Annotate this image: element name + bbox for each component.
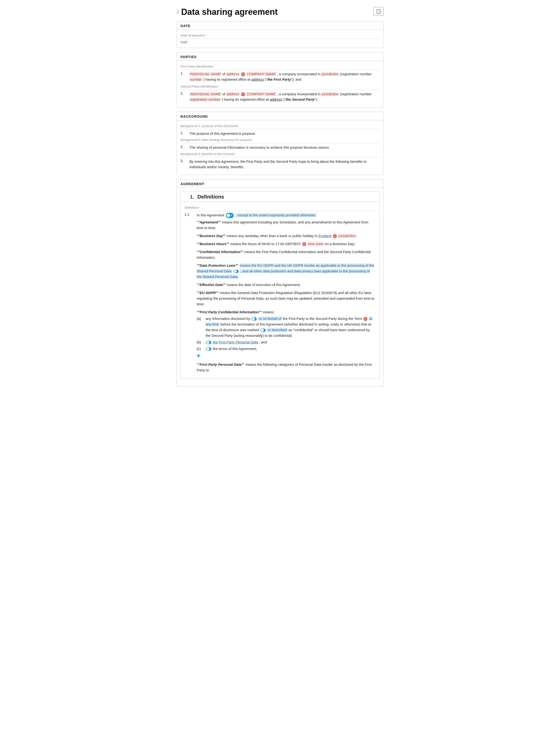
sub-a-content: any information disclosed by or on behal… [205, 316, 376, 338]
party1-individual-name: INDIVIDUAL NAME [189, 72, 221, 76]
agreement-term: "Agreement" [198, 220, 220, 224]
definitions-body: Definitions 1.1 In this Agreement ▸ , ex… [181, 202, 379, 379]
doc-title-row: 3 Data sharing agreement [176, 7, 278, 17]
def-intro-rest: , except to the extent expressly provide… [235, 213, 316, 217]
data-protection-term-block: ""Data Protection Laws"" means the EU GD… [197, 263, 376, 280]
first-party-conf-sublist: (a) any information disclosed by or on b… [197, 316, 376, 351]
doc-number: 3 [176, 10, 179, 15]
party1-number: number [189, 78, 202, 82]
bg1-item: 1. The purpose of this Agreement is purp… [180, 131, 380, 136]
bg3-end: . [243, 165, 244, 169]
bg1-num: 1. [180, 131, 186, 135]
agreement-section: AGREEMENT 1. Definitions Definitions 1.1… [176, 179, 384, 387]
bg2-item: 2. The sharing of personal information i… [180, 145, 380, 150]
parties-section-body: First Party identification 1. INDIVIDUAL… [177, 61, 383, 107]
table-icon[interactable]: 📋 [374, 7, 384, 15]
def-1-1-content: In this Agreement ▸ , except to the exte… [197, 212, 376, 218]
toggle-sub-c[interactable] [206, 347, 211, 351]
first-party-list: 1. INDIVIDUAL NAME of address or COMPANY… [180, 71, 380, 82]
toggle-except[interactable]: ▸ [226, 213, 234, 218]
toggle-small-circle-b [206, 341, 209, 344]
sub-a-item: (a) any information disclosed by or on b… [197, 316, 376, 338]
business-hours-def: means the hours of 09:00 to 17:00 GMT/BS… [230, 242, 301, 246]
toggle-small-circle-a2 [261, 329, 264, 332]
date-value: Date [180, 40, 380, 44]
bg1-end: . [255, 132, 256, 136]
bg2-end: . [329, 145, 330, 149]
party1-address1: address [226, 72, 240, 76]
background-section-header: BACKGROUND [177, 112, 383, 120]
party1-company-name: COMPANY NAME [246, 72, 276, 76]
effective-date-term: "Effective Date" [198, 283, 225, 287]
first-party-personal-term: "First Party Personal Data" [198, 362, 243, 366]
business-day-england: England [318, 234, 331, 238]
business-hours-term-block: ""Business Hours"" means the hours of 09… [197, 241, 376, 247]
eu-gdpr-def: means the General Data Protection Regula… [197, 291, 374, 306]
party1-content: INDIVIDUAL NAME of address or COMPANY NA… [189, 71, 380, 82]
toggle-sub-a[interactable] [252, 317, 257, 321]
business-day-jurisdiction: jurisdiction [338, 234, 356, 238]
party1-jurisdiction: jurisdiction [321, 72, 339, 76]
toggle-data-protection[interactable] [234, 270, 239, 273]
agreement-term-block: ""Agreement"" means this agreement inclu… [197, 219, 376, 231]
bg-list: 1. The purpose of this Agreement is purp… [180, 131, 380, 136]
bg3-item: 3. By entering into this Agreement, the … [180, 159, 380, 170]
bg2-reason: reason [318, 145, 329, 149]
party2-num: 2. [180, 91, 186, 95]
toggle-sub-b[interactable] [206, 341, 211, 344]
confidential-term-block: ""Confidential Information"" means the F… [197, 249, 376, 260]
business-hours-timezone: time zone [307, 242, 324, 246]
party2-reg-number: registration number [189, 97, 221, 101]
data-protection-term: "Data Protection Laws" [198, 263, 237, 267]
eu-gdpr-term-block: ""EU GDPR"" means the General Data Prote… [197, 290, 376, 307]
party1-text2: (registration number [340, 72, 372, 76]
party1-bold-italic: ("the First Party"); and [265, 78, 301, 82]
toggle-small-circle-dp [234, 270, 237, 273]
business-day-or-circle: or [333, 234, 337, 238]
sub-a-text1: any information disclosed by [205, 317, 250, 321]
effective-date-def: means the date of execution of this Agre… [227, 283, 301, 287]
sub-b-end: ; and [259, 340, 267, 344]
sub-b-label: (b) [197, 339, 203, 345]
toggle-sub-a2[interactable] [261, 329, 266, 332]
move-icon[interactable]: ✚ [197, 352, 200, 359]
bg1-text: The purpose of this Agreement is [189, 132, 241, 136]
sub-a-label: (a) [197, 316, 203, 321]
business-hours-term: "Business Hours" [198, 242, 228, 246]
party2-text3: ) having its registered office at [222, 97, 270, 101]
party1-num: 1. [180, 71, 186, 75]
sub-c-content: the terms of this Agreement; [205, 346, 257, 351]
parties-section: PARTIES First Party identification 1. IN… [176, 52, 384, 108]
date-section: DATE Date of execution Date [176, 21, 384, 48]
business-day-term: "Business Day" [198, 234, 225, 238]
definitions-label: Definitions [184, 206, 376, 209]
business-day-end: ; [356, 234, 357, 238]
agreement-body: 1. Definitions Definitions 1.1 In this A… [177, 188, 383, 387]
agreement-section-header: AGREEMENT [177, 179, 383, 188]
doc-header: 3 Data sharing agreement 📋 [176, 7, 384, 17]
sub-a-or-circle: or [364, 317, 367, 321]
bg1-purpose: purpose [242, 132, 255, 136]
sub-c-text: the terms of this Agreement; [213, 347, 257, 351]
parties-section-header: PARTIES [177, 52, 383, 61]
bg1-label: Background 1: purpose of this Document [180, 124, 380, 128]
bg2-label: Background 2: data sharing necessary for… [180, 138, 380, 142]
confidential-term: "Confidential Information" [198, 250, 242, 254]
background-section-body: Background 1: purpose of this Document 1… [177, 120, 383, 175]
bg1-content: The purpose of this Agreement is purpose… [189, 131, 380, 136]
bg2-content: The sharing of personal information is n… [189, 145, 380, 150]
doc-title: Data sharing agreement [181, 7, 278, 17]
party1-or-circle: or [241, 72, 245, 76]
first-party-personal-term-block: ""First Party Personal Data"" means the … [197, 362, 376, 373]
bg3-label: Background 3: benefits of the Contract [180, 152, 380, 156]
background-section: BACKGROUND Background 1: purpose of this… [176, 112, 384, 175]
date-section-body: Date of execution Date [177, 30, 383, 48]
agreement-def: means this agreement including any Sched… [197, 220, 368, 230]
party2-text2: (registration number [340, 92, 372, 96]
sub-a-text5: or described [267, 328, 288, 332]
sub-c-label: (c) [197, 346, 203, 351]
definitions-num: 1. [190, 194, 194, 200]
first-party-label: First Party identification [180, 65, 380, 68]
business-day-def1: means any weekday other than a bank or p… [227, 234, 317, 238]
bg3-text: By entering into this Agreement, the Fir… [189, 159, 367, 169]
